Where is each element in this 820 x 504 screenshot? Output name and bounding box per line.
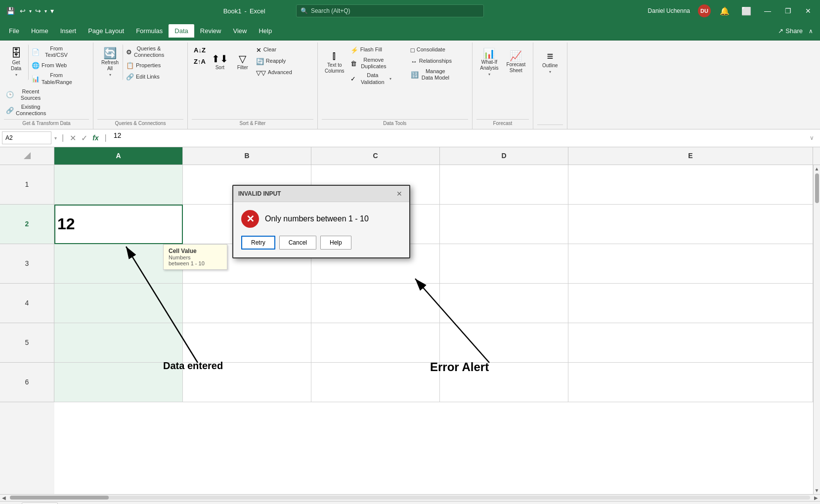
cell-C4[interactable] <box>311 284 440 323</box>
cell-D4[interactable] <box>440 284 568 323</box>
ribbon-collapse[interactable]: ∧ <box>809 28 817 35</box>
menu-page-layout[interactable]: Page Layout <box>82 24 130 38</box>
sort-button[interactable]: ⬆⬇ Sort <box>209 44 231 80</box>
close-button[interactable]: ✕ <box>801 7 815 15</box>
corner-cell[interactable] <box>0 147 54 165</box>
col-header-E[interactable]: E <box>568 147 813 165</box>
row-header-5[interactable]: 5 <box>0 323 54 363</box>
row-header-6[interactable]: 6 <box>0 363 54 402</box>
share-button[interactable]: ↗ Share <box>778 27 809 35</box>
cell-A5[interactable] <box>54 323 183 363</box>
undo-button[interactable]: ↩ <box>18 6 27 16</box>
from-web-button[interactable]: 🌐 From Web <box>30 60 89 71</box>
row-header-3[interactable]: 3 <box>0 244 54 284</box>
col-header-C[interactable]: C <box>311 147 440 165</box>
formula-expand-icon[interactable]: ∨ <box>806 134 818 141</box>
edit-links-button[interactable]: 🔗 Edit Links <box>124 71 183 82</box>
cell-E1[interactable] <box>568 165 813 205</box>
forecast-sheet-button[interactable]: 📈 ForecastSheet <box>503 44 529 80</box>
scroll-right-button[interactable]: ▶ <box>812 495 820 501</box>
scroll-up-button[interactable]: ▲ <box>814 165 820 172</box>
menu-insert[interactable]: Insert <box>54 24 83 38</box>
clear-button[interactable]: ✕ Clear <box>254 44 313 55</box>
cell-E5[interactable] <box>568 323 813 363</box>
scroll-thumb[interactable] <box>815 173 819 203</box>
col-header-D[interactable]: D <box>440 147 568 165</box>
notification-icon[interactable]: 🔔 <box>717 6 733 16</box>
cell-D3[interactable] <box>440 244 568 284</box>
manage-data-model-button[interactable]: 🔢 Manage Data Model <box>409 67 468 82</box>
scrollbar-thumb[interactable] <box>10 496 109 500</box>
redo-button[interactable]: ↪ <box>34 6 43 16</box>
row-header-1[interactable]: 1 <box>0 165 54 205</box>
menu-help[interactable]: Help <box>253 24 278 38</box>
properties-button[interactable]: 📋 Properties <box>124 60 183 71</box>
row-header-2[interactable]: 2 <box>0 205 54 244</box>
scroll-down-button[interactable]: ▼ <box>814 487 820 494</box>
search-box[interactable]: 🔍 Search (Alt+Q) <box>296 4 484 17</box>
text-to-columns-button[interactable]: ⫿ Text toColumns <box>322 44 347 80</box>
cell-C6[interactable] <box>311 363 440 402</box>
dialog-close-button[interactable]: ✕ <box>394 189 404 199</box>
save-button[interactable]: 💾 <box>5 6 16 16</box>
cell-C5[interactable] <box>311 323 440 363</box>
dropdown-arrow[interactable]: ▾ <box>53 135 58 141</box>
cell-D5[interactable] <box>440 323 568 363</box>
cell-A1[interactable] <box>54 165 183 205</box>
cell-B5[interactable] <box>183 323 311 363</box>
existing-connections-button[interactable]: 🔗 Existing Connections <box>4 103 89 118</box>
filter-button[interactable]: ▽ Filter <box>232 44 253 80</box>
scrollbar-track[interactable] <box>10 496 810 500</box>
menu-data[interactable]: Data <box>169 24 194 38</box>
remove-duplicates-button[interactable]: 🗑 Remove Duplicates <box>348 56 408 71</box>
customize-button[interactable]: ▾ <box>49 6 55 16</box>
get-data-button[interactable]: 🗄 GetData ▾ <box>4 44 29 80</box>
add-sheet-button[interactable]: ⊕ <box>58 502 72 504</box>
what-if-button[interactable]: 📊 What-IfAnalysis ▾ <box>476 44 502 80</box>
menu-home[interactable]: Home <box>25 24 54 38</box>
menu-formulas[interactable]: Formulas <box>130 24 169 38</box>
vertical-scrollbar[interactable]: ▲ ▼ <box>813 165 820 494</box>
from-table-button[interactable]: 📊 From Table/Range <box>30 71 89 86</box>
minimize-button[interactable]: — <box>760 7 775 15</box>
sheet-tab-sheet1[interactable]: Sheet1 <box>22 503 58 504</box>
cancel-icon[interactable]: ✕ <box>70 133 76 143</box>
row-header-4[interactable]: 4 <box>0 284 54 323</box>
cell-A4[interactable] <box>54 284 183 323</box>
data-validation-button[interactable]: ✓ Data Validation ▾ <box>348 71 408 86</box>
cell-E2[interactable] <box>568 205 813 244</box>
user-avatar[interactable]: DU <box>698 4 711 17</box>
cell-D1[interactable] <box>440 165 568 205</box>
cell-D2[interactable] <box>440 205 568 244</box>
advanced-button[interactable]: ▽▽ Advanced <box>254 67 313 78</box>
col-header-B[interactable]: B <box>183 147 311 165</box>
relationships-button[interactable]: ↔ Relationships <box>409 56 468 67</box>
col-header-A[interactable]: A <box>54 147 183 165</box>
menu-review[interactable]: Review <box>194 24 227 38</box>
sort-az-button[interactable]: A↓Z <box>192 44 208 55</box>
recent-sources-button[interactable]: 🕒 Recent Sources <box>4 87 89 102</box>
maximize-button[interactable]: ❐ <box>781 7 795 15</box>
formula-input[interactable]: 12 <box>111 131 804 144</box>
outline-button[interactable]: ≡ Outline ▾ <box>537 44 563 80</box>
cell-E4[interactable] <box>568 284 813 323</box>
cell-E6[interactable] <box>568 363 813 402</box>
flash-fill-button[interactable]: ⚡ Flash Fill <box>348 44 408 55</box>
cell-A2[interactable]: 12 <box>54 205 183 244</box>
retry-button[interactable]: Retry <box>241 236 275 250</box>
scroll-left-button[interactable]: ◀ <box>0 495 8 501</box>
menu-view[interactable]: View <box>227 24 253 38</box>
menu-file[interactable]: File <box>3 24 25 38</box>
reapply-button[interactable]: 🔄 Reapply <box>254 56 313 67</box>
consolidate-button[interactable]: □ Consolidate <box>409 44 468 55</box>
ribbon-display-icon[interactable]: ⬜ <box>738 6 754 16</box>
help-button[interactable]: Help <box>320 236 351 250</box>
horizontal-scrollbar[interactable]: ◀ ▶ <box>0 494 820 501</box>
refresh-all-button[interactable]: 🔄 RefreshAll ▾ <box>97 44 123 80</box>
queries-connections-button[interactable]: ⚙ Queries & Connections <box>124 44 183 59</box>
cell-B4[interactable] <box>183 284 311 323</box>
invalid-input-dialog[interactable]: INVALID INPUT ✕ ✕ Only numbers between 1… <box>232 185 410 258</box>
function-icon[interactable]: fx <box>92 134 98 142</box>
name-box[interactable]: A2 <box>2 131 51 144</box>
cancel-button[interactable]: Cancel <box>279 236 316 250</box>
